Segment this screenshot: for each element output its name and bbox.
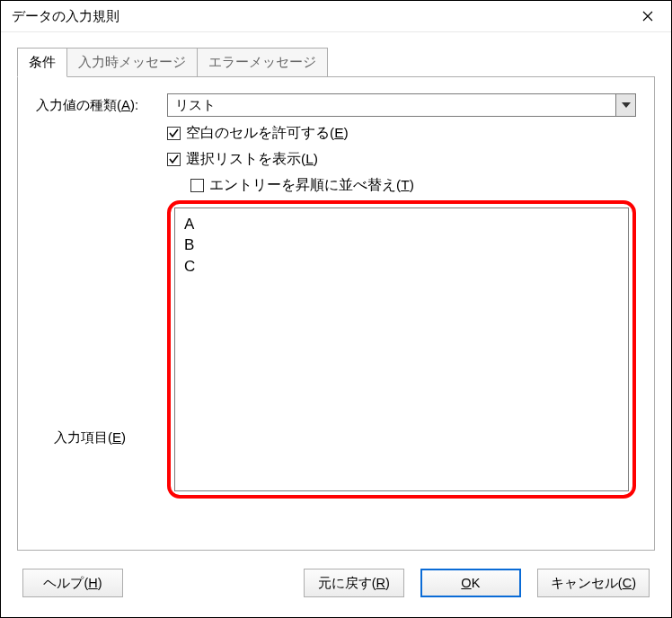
entries-textarea[interactable] — [174, 207, 629, 491]
cancel-key: C — [623, 576, 632, 590]
ok-key: O — [461, 576, 471, 590]
allow-blank-pre: 空白のセルを許可する( — [186, 125, 334, 140]
dialog-content: 条件 入力時メッセージ エラーメッセージ 入力値の種類(A): リスト — [1, 32, 671, 560]
check-icon — [169, 128, 179, 138]
sort-asc-key: T — [401, 177, 409, 192]
entries-label-pre: 入力項目( — [54, 429, 112, 445]
reset-pre: 元に戻す( — [318, 575, 376, 592]
validity-dialog: データの入力規則 条件 入力時メッセージ エラーメッセージ 入力値の種類(A):… — [0, 0, 672, 618]
entries-label-key: E — [112, 429, 121, 445]
show-list-checkbox[interactable] — [167, 153, 181, 166]
check-icon — [169, 154, 179, 164]
sort-asc-label: エントリーを昇順に並べ替え(T) — [209, 176, 414, 195]
allow-dropdown[interactable]: リスト — [167, 93, 636, 117]
allow-dropdown-value[interactable]: リスト — [167, 93, 616, 117]
cancel-post: ) — [632, 576, 636, 590]
tab-input-help[interactable]: 入力時メッセージ — [66, 48, 198, 77]
cancel-button[interactable]: キャンセル(C) — [537, 569, 650, 597]
allow-blank-post: ) — [344, 125, 349, 140]
allow-blank-row[interactable]: 空白のセルを許可する(E) — [167, 124, 636, 143]
allow-blank-key: E — [334, 125, 343, 140]
ok-button[interactable]: OK — [420, 569, 521, 597]
tab-strip: 条件 入力時メッセージ エラーメッセージ — [17, 48, 655, 77]
show-list-pre: 選択リストを表示( — [186, 151, 305, 166]
allow-label-post: ): — [130, 97, 138, 112]
cancel-pre: キャンセル( — [551, 575, 623, 592]
allow-label: 入力値の種類(A): — [36, 97, 167, 114]
allow-field: リスト — [167, 93, 636, 117]
reset-key: R — [376, 576, 385, 590]
sort-asc-pre: エントリーを昇順に並べ替え( — [209, 177, 401, 192]
show-list-post: ) — [314, 151, 318, 166]
show-list-label: 選択リストを表示(L) — [186, 150, 318, 169]
titlebar: データの入力規則 — [1, 1, 671, 32]
sort-asc-post: ) — [410, 177, 414, 192]
show-list-row[interactable]: 選択リストを表示(L) — [167, 150, 636, 169]
allow-label-key: A — [121, 97, 130, 112]
reset-button[interactable]: 元に戻す(R) — [304, 569, 404, 597]
allow-label-pre: 入力値の種類( — [36, 97, 121, 112]
entries-highlight — [167, 200, 636, 499]
help-pre: ヘルプ( — [43, 575, 88, 592]
entries-label-post: ) — [121, 429, 126, 445]
help-button[interactable]: ヘルプ(H) — [22, 569, 123, 597]
window-title: データの入力規則 — [12, 8, 119, 25]
close-icon — [642, 11, 653, 22]
allow-blank-checkbox[interactable] — [167, 127, 181, 140]
show-list-key: L — [305, 151, 314, 166]
help-key: H — [88, 576, 97, 590]
button-bar: ヘルプ(H) 元に戻す(R) OK キャンセル(C) — [1, 560, 671, 617]
close-button[interactable] — [626, 1, 669, 31]
help-post: ) — [98, 576, 102, 590]
entries-label: 入力項目(E) — [54, 429, 126, 446]
sort-asc-row[interactable]: エントリーを昇順に並べ替え(T) — [190, 176, 636, 195]
tab-criteria[interactable]: 条件 — [17, 48, 67, 77]
allow-blank-label: 空白のセルを許可する(E) — [186, 124, 349, 143]
sort-asc-checkbox[interactable] — [190, 179, 204, 192]
entries-row — [36, 200, 636, 499]
allow-dropdown-button[interactable] — [616, 93, 636, 117]
ok-post: K — [472, 576, 481, 590]
tab-panel-criteria: 入力値の種類(A): リスト 空白のセルを許可する(E) — [17, 76, 655, 551]
reset-post: ) — [385, 576, 390, 590]
tab-error-alert[interactable]: エラーメッセージ — [197, 48, 328, 77]
chevron-down-icon — [622, 102, 631, 108]
allow-row: 入力値の種類(A): リスト — [36, 93, 636, 117]
